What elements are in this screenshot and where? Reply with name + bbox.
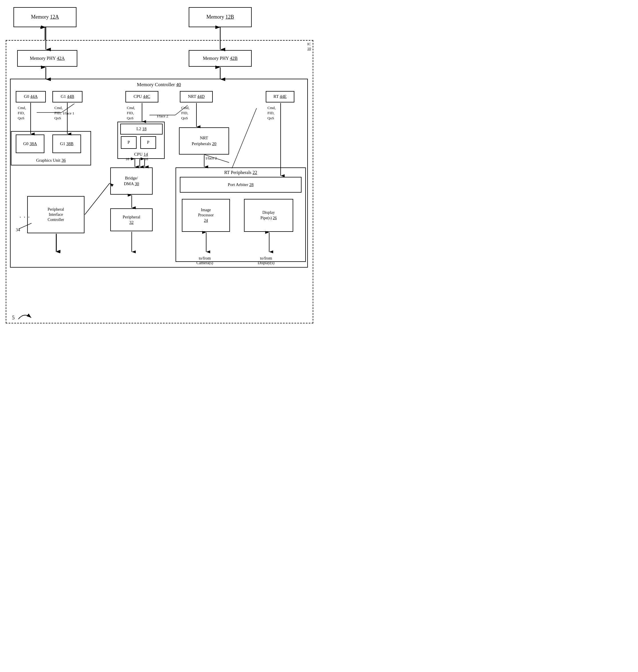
cmd-fid-qos-nrt: Cmd,FID,QoS [181, 105, 189, 121]
nrt-44d-box: NRT 44D [180, 91, 213, 102]
g0-44a-box: G0 44A [16, 91, 46, 102]
memory-12b-label: Memory 12B [206, 14, 234, 20]
image-processor-24-label: ImageProcessor24 [198, 207, 214, 223]
image-processor-24-box: ImageProcessor24 [182, 199, 230, 232]
pic-box: PeripheralInterfaceController [27, 196, 84, 233]
g0-44a-label: G0 44A [24, 94, 38, 100]
rt-peripherals-22-label: RT Peripherals 22 [224, 170, 257, 176]
l2-18-label: L2 18 [136, 126, 146, 132]
rt-44e-label: RT 44E [273, 94, 287, 100]
figure-5-arc [17, 313, 33, 322]
figure-5-number: 5 [12, 315, 15, 321]
cmd-fid-qos-g1: Cmd,FID,QoS [54, 105, 63, 121]
g1-38b-box: G1 38B [52, 135, 81, 153]
display-pipe-26-box: DisplayPipe(s) 26 [244, 199, 293, 232]
p1-box: P [121, 136, 137, 149]
port-arbiter-28-box: Port Arbiter 28 [180, 177, 302, 193]
peripheral-32-box: Peripheral32 [110, 208, 153, 231]
g0-38a-box: G0 38A [16, 135, 45, 153]
memory-controller-40-label: Memory Controller 40 [137, 82, 181, 88]
cpu-44c-label: CPU 44C [134, 94, 150, 100]
nrt-peripherals-20-label: NRTPeripherals 20 [191, 135, 216, 147]
g1-38b-label: G1 38B [60, 141, 73, 147]
peripheral-32-label: Peripheral32 [122, 214, 140, 225]
ic-label: IC10 [307, 42, 311, 51]
port-arbiter-28-label: Port Arbiter 28 [228, 182, 254, 188]
display-pipe-26-label: DisplayPipe(s) 26 [260, 210, 276, 220]
rt-44e-box: RT 44E [266, 91, 295, 102]
diagram-container: Memory 12A Memory 12B IC10 Memory PHY 42… [0, 0, 319, 336]
label-34: 34 [16, 227, 20, 232]
cmd-fid-qos-g0: Cmd,FID,QoS [18, 105, 26, 121]
ellipsis-label: . . . [19, 212, 30, 219]
l2-18-box: L2 18 [120, 124, 163, 135]
memory-12a-box: Memory 12A [14, 7, 77, 27]
mem-phy-42b-box: Memory PHY 42B [189, 50, 252, 67]
nrt-peripherals-20-box: NRTPeripherals 20 [179, 127, 229, 155]
p1-label: P [128, 140, 130, 145]
to-from-camera-label: to/fromCamera(s) [197, 256, 213, 265]
g1-44b-box: G1 44B [52, 91, 82, 102]
mem-phy-42a-box: Memory PHY 42A [17, 50, 77, 67]
memory-12b-box: Memory 12B [189, 7, 252, 27]
bridge-dma-30-box: Bridge/DMA 30 [110, 168, 153, 195]
cpu-44c-box: CPU 44C [125, 91, 158, 102]
mem-phy-42a-label: Memory PHY 42A [30, 55, 65, 62]
iface2-cpu-label: I/face 2 [157, 114, 168, 119]
mem-phy-42b-label: Memory PHY 42B [203, 55, 237, 62]
label-16-right: 16 [144, 157, 148, 161]
memory-12a-label: Memory 12A [31, 14, 59, 20]
to-from-display-label: to/fromDisplay(s) [258, 256, 274, 265]
cmd-fid-qos-cpu: Cmd,FID,QoS [127, 105, 135, 121]
p2-box: P [140, 136, 156, 149]
bridge-dma-30-label: Bridge/DMA 30 [124, 175, 139, 187]
figure-5-label: 5 [12, 313, 33, 322]
nrt-44d-label: NRT 44D [188, 94, 204, 100]
label-16-left: 16 [125, 157, 129, 161]
g0-38a-label: G0 38A [23, 141, 37, 147]
iface2-nrt-label: I/face 2 [206, 156, 217, 160]
graphics-unit-36-label: Graphics Unit 36 [36, 158, 66, 163]
pic-label: PeripheralInterfaceController [48, 207, 64, 223]
cmd-fid-qos-rt: Cmd,FID,QoS [267, 105, 276, 121]
iface1-label: I/face 1 [63, 111, 74, 116]
p2-label: P [147, 140, 149, 145]
cpu-14-outer-label: CPU 14 [134, 152, 148, 157]
g1-44b-label: G1 44B [61, 94, 74, 100]
